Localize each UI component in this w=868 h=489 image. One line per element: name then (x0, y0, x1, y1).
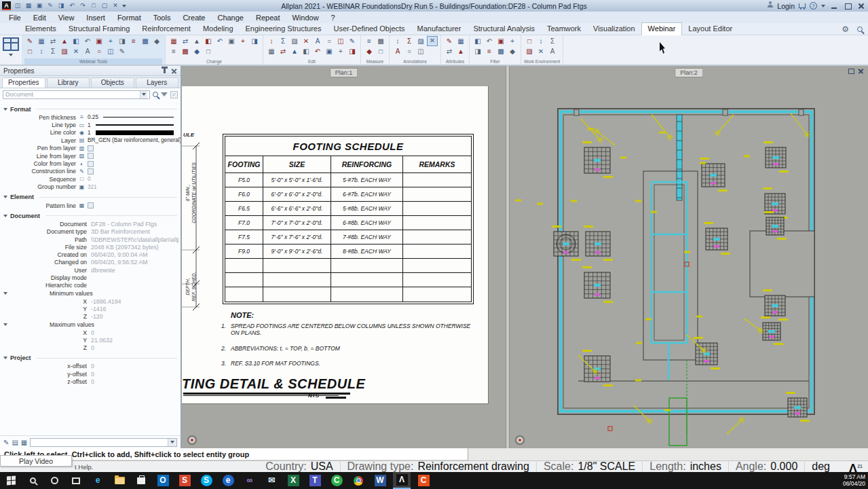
toolbar-icon[interactable]: ▦ (455, 36, 466, 46)
value-sequence[interactable]: 0 (88, 176, 91, 182)
value-pen-thickness[interactable]: 0.25 (88, 114, 98, 120)
quick-access-icon[interactable]: ✕ (111, 1, 119, 10)
section-header-element[interactable]: Element (0, 193, 181, 202)
toolbar-icon[interactable]: ↶ (214, 36, 225, 46)
navigation-compass-icon[interactable] (187, 435, 197, 445)
quick-access-icon[interactable]: ↷ (79, 1, 87, 10)
camtasia-recorder-icon[interactable]: C (415, 472, 432, 489)
quick-access-caret-icon[interactable] (122, 5, 126, 7)
outlook-icon[interactable]: O (154, 472, 172, 489)
toolbar-icon[interactable]: ✕ (535, 46, 546, 56)
tab-visualization[interactable]: Visualization (587, 23, 641, 35)
tab-structural-framing[interactable]: Structural Framing (62, 23, 136, 35)
toolbar-icon[interactable]: Σ (48, 46, 58, 56)
tab-reinforcement[interactable]: Reinforcement (136, 23, 197, 35)
toolbar-icon[interactable]: ≡ (168, 46, 179, 56)
status-field-angle[interactable]: Angle:0.000 (728, 460, 804, 473)
viewport-plan1-tab[interactable]: Plan:1 (330, 68, 358, 77)
toolbar-icon[interactable]: ▲ (455, 46, 466, 56)
tab-webinar[interactable]: Webinar (641, 22, 683, 35)
toolbar-icon[interactable]: ≡ (364, 36, 375, 46)
quick-access-icon[interactable]: ✎ (46, 1, 54, 10)
toolbar-icon[interactable]: ▣ (324, 46, 335, 56)
toolbar-icon[interactable]: + (335, 46, 346, 56)
toolbar-icon[interactable]: Σ (547, 36, 558, 46)
play-video-tooltip[interactable]: Play Video (0, 455, 72, 467)
funnel-filter-icon[interactable] (161, 92, 168, 96)
toolbar-icon[interactable]: ▲ (59, 36, 70, 46)
toolbar-icon[interactable]: ▩ (375, 36, 386, 46)
toolbar-icon[interactable]: ▨ (59, 46, 70, 56)
toolbar-icon[interactable]: + (238, 36, 248, 46)
shop-cart-icon[interactable] (799, 3, 806, 8)
toolbar-icon[interactable]: ↶ (312, 46, 323, 56)
quick-access-icon[interactable]: ↶ (68, 1, 76, 10)
menu-insert[interactable]: Insert (80, 14, 111, 22)
tab-elements[interactable]: Elements (19, 23, 62, 35)
properties-tab-library[interactable]: Library (47, 77, 90, 88)
toolbar-icon[interactable]: ↕ (36, 46, 47, 56)
tab-layout-editor[interactable]: Layout Editor (682, 23, 738, 35)
pin-icon[interactable] (164, 68, 166, 73)
quick-access-icon[interactable]: ▦ (24, 1, 33, 10)
tab-teamwork[interactable]: Teamwork (541, 23, 587, 35)
window-layout-caret-icon[interactable] (9, 54, 13, 56)
toolbar-icon[interactable]: A (547, 46, 558, 56)
toolbar-icon[interactable]: ◆ (364, 46, 375, 56)
filter-caret-icon[interactable] (142, 93, 146, 96)
chrome-icon[interactable] (350, 472, 367, 489)
menu-format[interactable]: Format (111, 14, 147, 22)
camtasia-icon[interactable]: C (328, 472, 345, 489)
toolbar-icon[interactable]: ○ (94, 46, 105, 56)
status-field-deg[interactable]: deg (804, 460, 837, 473)
status-field-scale[interactable]: Scale:1/8" SCALE (536, 460, 642, 473)
value-line-type[interactable]: 1 (88, 122, 91, 128)
menu-change[interactable]: Change (211, 14, 250, 22)
toolbar-icon[interactable]: ◆ (191, 46, 202, 56)
search-icon[interactable] (857, 26, 863, 32)
visual-studio-icon[interactable]: ∞ (241, 472, 259, 489)
toolbar-icon[interactable]: A (392, 46, 403, 56)
toolbar-icon[interactable]: ◨ (117, 36, 128, 46)
minimize-button[interactable] (829, 2, 839, 10)
viewport-close-icon[interactable] (858, 69, 864, 74)
checkbox-construction-line[interactable] (88, 168, 94, 175)
toolbar-icon[interactable]: ◧ (71, 36, 81, 46)
blue-swirl-app-icon[interactable]: e (219, 472, 237, 489)
toolbar-icon[interactable]: ◧ (203, 36, 214, 46)
toolbar-icon[interactable]: ✎ (444, 36, 455, 46)
teams-icon[interactable]: T (306, 472, 324, 489)
save-favorite-icon[interactable]: ▦ (21, 439, 27, 446)
section-header-format[interactable]: Format (0, 105, 181, 113)
quick-access-icon[interactable]: ▣ (35, 1, 43, 10)
close-button[interactable] (856, 2, 866, 10)
word-icon[interactable]: W (371, 472, 389, 489)
toolbar-icon[interactable]: ◫ (415, 46, 426, 56)
toolbar-icon[interactable]: ▩ (140, 36, 151, 46)
help-caret-icon[interactable] (821, 5, 825, 7)
cortana-icon[interactable] (45, 472, 63, 489)
toolbar-icon[interactable]: ◫ (105, 46, 116, 56)
toolbar-icon[interactable]: + (105, 36, 116, 46)
toolbar-icon[interactable]: ◨ (249, 36, 260, 46)
allplan-logo-icon[interactable]: A (2, 1, 11, 10)
subsection-maximum-values[interactable]: Maximum values (0, 321, 181, 329)
menu-edit[interactable]: Edit (27, 14, 52, 22)
excel-icon[interactable]: X (284, 472, 302, 489)
toolbar-icon[interactable]: ▩ (180, 46, 191, 56)
menu-view[interactable]: View (52, 14, 81, 22)
checkbox-pen-from-layer[interactable] (88, 145, 94, 151)
quick-access-icon[interactable]: ◫ (14, 1, 22, 10)
red-s-app-icon[interactable]: S (176, 472, 193, 489)
properties-tab-properties[interactable]: Properties (2, 77, 45, 88)
navigation-compass-icon[interactable] (515, 435, 525, 445)
gear-icon[interactable]: ⚙ (842, 25, 849, 33)
toolbar-icon[interactable]: ◧ (301, 46, 312, 56)
menu-tools[interactable]: Tools (147, 14, 177, 22)
subsection-minimum-values[interactable]: Minimum values (0, 289, 181, 297)
toolbar-icon[interactable]: ▨ (289, 36, 300, 46)
toolbar-icon[interactable]: ↕ (392, 36, 403, 46)
checkbox-pattern-line[interactable] (88, 202, 94, 209)
login-button[interactable]: Login (777, 2, 795, 10)
toolbar-icon[interactable]: A (312, 36, 323, 46)
